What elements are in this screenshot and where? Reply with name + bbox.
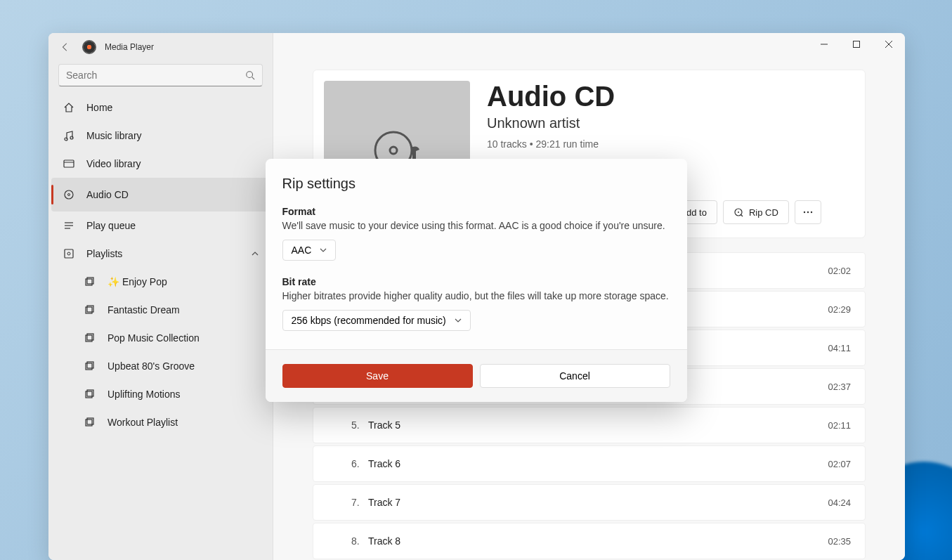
bitrate-label: Bit rate [282,276,670,287]
dropdown-value: 256 kbps (recommended for music) [292,315,446,326]
chevron-down-icon [455,317,462,324]
dialog-title: Rip settings [282,176,670,192]
bitrate-desc: Higher bitrates provide higher quality a… [282,290,670,301]
save-button[interactable]: Save [282,364,473,388]
format-dropdown[interactable]: AAC [282,240,337,261]
bitrate-dropdown[interactable]: 256 kbps (recommended for music) [282,310,471,331]
format-desc: We'll save music to your device using th… [282,220,670,231]
dropdown-value: AAC [292,245,312,256]
format-label: Format [282,206,670,217]
rip-settings-dialog: Rip settings Format We'll save music to … [266,159,687,402]
cancel-button[interactable]: Cancel [480,364,670,388]
chevron-down-icon [320,247,327,254]
modal-overlay: Rip settings Format We'll save music to … [0,0,952,560]
